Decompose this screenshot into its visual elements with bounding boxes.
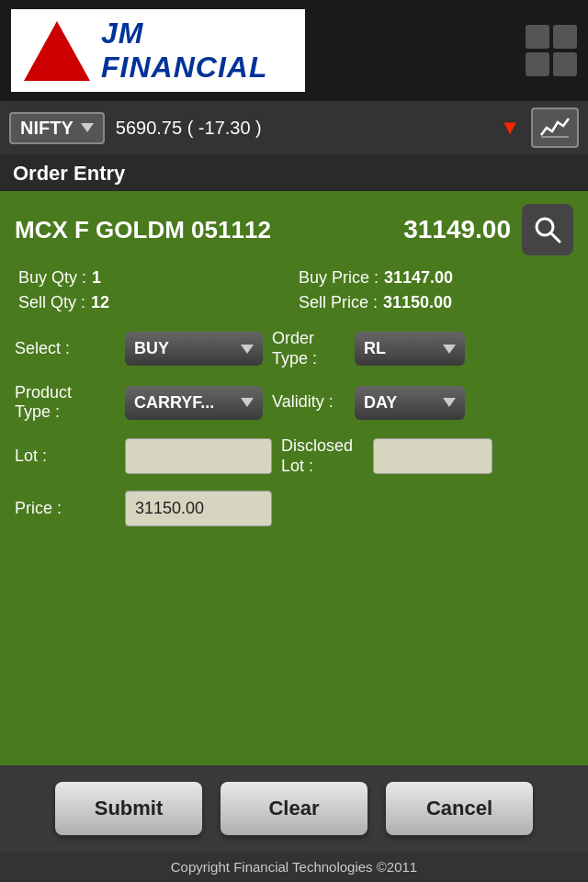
select-value: BUY xyxy=(134,339,169,358)
action-buttons-area: Submit Clear Cancel xyxy=(0,765,588,852)
svg-line-2 xyxy=(551,233,560,242)
logo-triangle-icon xyxy=(24,21,90,81)
sell-price-label: Sell Price : xyxy=(299,293,378,312)
grid-cell-2 xyxy=(553,25,577,49)
clear-button[interactable]: Clear xyxy=(220,782,368,835)
validity-dropdown[interactable]: DAY xyxy=(355,386,465,420)
price-row: Price : xyxy=(15,491,573,526)
validity-chevron-icon xyxy=(443,398,456,407)
market-info: Buy Qty : 1 Buy Price : 31147.00 Sell Qt… xyxy=(15,268,573,312)
symbol-dropdown[interactable]: NIFTY xyxy=(9,112,105,144)
lot-disclosedlot-row: Lot : DisclosedLot : xyxy=(15,436,573,476)
buy-price-value: 31147.00 xyxy=(384,268,453,288)
buy-price-label: Buy Price : xyxy=(299,268,379,288)
cancel-button[interactable]: Cancel xyxy=(386,782,533,835)
grid-menu-icon[interactable] xyxy=(526,25,577,76)
footer-text: Copyright Financial Technologies ©2011 xyxy=(171,859,417,875)
validity-value: DAY xyxy=(364,393,397,413)
search-icon xyxy=(532,214,563,245)
price-input[interactable] xyxy=(125,491,272,526)
chart-svg xyxy=(539,115,571,141)
ticker-value: 5690.75 ( -17.30 ) xyxy=(116,118,489,139)
stock-name: MCX F GOLDM 051112 xyxy=(15,215,271,245)
buy-qty-value: 1 xyxy=(92,268,101,288)
grid-cell-3 xyxy=(526,52,549,76)
buy-qty-row: Buy Qty : 1 xyxy=(18,268,289,288)
grid-cell-4 xyxy=(553,52,577,76)
logo-text: JM FINANCIAL xyxy=(101,17,292,85)
order-type-group: OrderType : RL xyxy=(272,329,573,368)
order-entry-section: Order Entry xyxy=(0,154,588,191)
select-ordertype-row: Select : BUY OrderType : RL xyxy=(15,329,573,368)
order-form-fields: Select : BUY OrderType : RL ProductType … xyxy=(15,325,573,526)
product-type-value: CARRYF... xyxy=(134,393,214,413)
stock-header: MCX F GOLDM 051112 31149.00 xyxy=(15,204,573,255)
sell-qty-label: Sell Qty : xyxy=(18,293,85,312)
order-type-chevron-icon xyxy=(443,345,456,354)
buy-qty-label: Buy Qty : xyxy=(18,268,86,288)
chart-icon[interactable] xyxy=(531,107,579,148)
buy-price-row: Buy Price : 31147.00 xyxy=(299,268,570,288)
validity-group: Validity : DAY xyxy=(272,386,573,420)
submit-button[interactable]: Submit xyxy=(55,782,202,835)
select-chevron-icon xyxy=(241,345,254,354)
trend-down-icon: ▼ xyxy=(500,116,520,140)
select-label: Select : xyxy=(15,339,116,358)
product-type-label: ProductType : xyxy=(15,383,116,422)
stock-price-group: 31149.00 xyxy=(403,204,573,255)
sell-price-value: 31150.00 xyxy=(383,293,452,312)
stock-price: 31149.00 xyxy=(403,215,511,244)
chevron-down-icon xyxy=(81,123,94,132)
sell-qty-row: Sell Qty : 12 xyxy=(18,293,289,312)
footer: Copyright Financial Technologies ©2011 xyxy=(0,852,588,882)
logo-box: JM FINANCIAL xyxy=(11,9,305,92)
select-dropdown[interactable]: BUY xyxy=(125,332,263,366)
lot-input[interactable] xyxy=(125,438,272,474)
sell-price-row: Sell Price : 31150.00 xyxy=(299,293,570,312)
disclosed-lot-label: DisclosedLot : xyxy=(281,436,364,476)
ticker-bar: NIFTY 5690.75 ( -17.30 ) ▼ xyxy=(0,101,588,154)
order-type-label: OrderType : xyxy=(272,329,345,368)
app-header: JM FINANCIAL xyxy=(0,0,588,101)
order-type-dropdown[interactable]: RL xyxy=(355,332,465,366)
search-button[interactable] xyxy=(522,204,573,255)
sell-qty-value: 12 xyxy=(91,293,109,312)
producttype-validity-row: ProductType : CARRYF... Validity : DAY xyxy=(15,383,573,422)
price-label: Price : xyxy=(15,499,116,518)
product-type-chevron-icon xyxy=(241,398,254,407)
validity-label: Validity : xyxy=(272,392,345,413)
product-type-dropdown[interactable]: CARRYF... xyxy=(125,386,263,420)
symbol-label: NIFTY xyxy=(20,118,74,139)
order-type-value: RL xyxy=(364,339,386,358)
grid-cell-1 xyxy=(526,25,549,49)
order-form-area: MCX F GOLDM 051112 31149.00 Buy Qty : 1 … xyxy=(0,191,588,765)
lot-label: Lot : xyxy=(15,447,116,466)
disclosed-lot-input[interactable] xyxy=(373,438,492,474)
order-entry-title: Order Entry xyxy=(13,162,125,185)
